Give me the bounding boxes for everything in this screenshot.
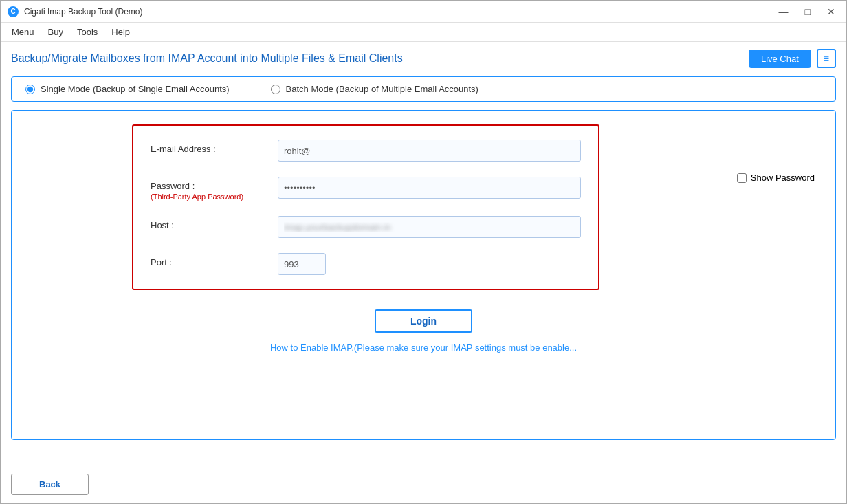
- email-input[interactable]: [278, 140, 581, 162]
- port-input-col: [278, 253, 581, 275]
- menu-item-tools[interactable]: Tools: [72, 24, 103, 40]
- batch-mode-option[interactable]: Batch Mode (Backup of Multiple Email Acc…: [271, 84, 478, 94]
- password-sub-label: (Third-Party App Password): [151, 193, 278, 201]
- mode-bar: Single Mode (Backup of Single Email Acco…: [11, 76, 836, 102]
- single-mode-label: Single Mode (Backup of Single Email Acco…: [41, 84, 230, 94]
- main-window: C Cigati Imap Backup Tool (Demo) — □ ✕ M…: [0, 0, 847, 504]
- host-label: Host :: [151, 216, 278, 230]
- minimize-button[interactable]: —: [775, 5, 793, 19]
- form-container: Show Password E-mail Address : Password …: [11, 110, 836, 440]
- password-row: Password : (Third-Party App Password): [151, 177, 581, 201]
- form-inner-box: E-mail Address : Password : (Third-Party…: [132, 124, 600, 290]
- close-button[interactable]: ✕: [823, 5, 839, 19]
- menu-item-buy[interactable]: Buy: [43, 24, 69, 40]
- maximize-button[interactable]: □: [801, 5, 815, 19]
- show-password-area: Show Password: [737, 173, 815, 183]
- main-content: Backup/Migrate Mailboxes from IMAP Accou…: [1, 42, 846, 465]
- app-icon: C: [8, 6, 19, 17]
- window-controls: — □ ✕: [775, 5, 839, 19]
- email-row: E-mail Address :: [151, 140, 581, 162]
- header-row: Backup/Migrate Mailboxes from IMAP Accou…: [11, 49, 836, 68]
- port-label: Port :: [151, 253, 278, 267]
- batch-mode-label: Batch Mode (Backup of Multiple Email Acc…: [286, 84, 478, 94]
- single-mode-radio[interactable]: [25, 85, 35, 94]
- menu-bar: Menu Buy Tools Help: [1, 23, 846, 42]
- password-label-col: Password : (Third-Party App Password): [151, 177, 278, 201]
- host-row: Host :: [151, 216, 581, 238]
- menu-item-menu[interactable]: Menu: [6, 24, 40, 40]
- hamburger-button[interactable]: ≡: [817, 49, 836, 68]
- back-button[interactable]: Back: [11, 474, 89, 495]
- password-input-col: [278, 177, 581, 199]
- window-title: Cigati Imap Backup Tool (Demo): [24, 7, 775, 17]
- login-button[interactable]: Login: [375, 309, 472, 333]
- host-input[interactable]: [278, 216, 581, 238]
- host-input-col: [278, 216, 581, 238]
- single-mode-option[interactable]: Single Mode (Backup of Single Email Acco…: [25, 84, 230, 94]
- password-label: Password :: [151, 181, 278, 191]
- page-title: Backup/Migrate Mailboxes from IMAP Accou…: [11, 52, 403, 65]
- show-password-label: Show Password: [751, 173, 815, 183]
- batch-mode-radio[interactable]: [271, 85, 280, 94]
- port-input[interactable]: [278, 253, 326, 275]
- email-label: E-mail Address :: [151, 140, 278, 154]
- port-row: Port :: [151, 253, 581, 275]
- imap-help-link-area: How to Enable IMAP.(Please make sure you…: [29, 342, 818, 353]
- menu-item-help[interactable]: Help: [106, 24, 135, 40]
- live-chat-button[interactable]: Live Chat: [749, 50, 811, 68]
- email-input-col: [278, 140, 581, 162]
- imap-help-link[interactable]: How to Enable IMAP.(Please make sure you…: [270, 342, 577, 353]
- show-password-checkbox[interactable]: [737, 173, 747, 183]
- password-input[interactable]: [278, 177, 581, 199]
- header-actions: Live Chat ≡: [749, 49, 836, 68]
- title-bar: C Cigati Imap Backup Tool (Demo) — □ ✕: [1, 1, 846, 23]
- login-area: Login: [29, 309, 818, 333]
- bottom-bar: Back: [1, 465, 846, 503]
